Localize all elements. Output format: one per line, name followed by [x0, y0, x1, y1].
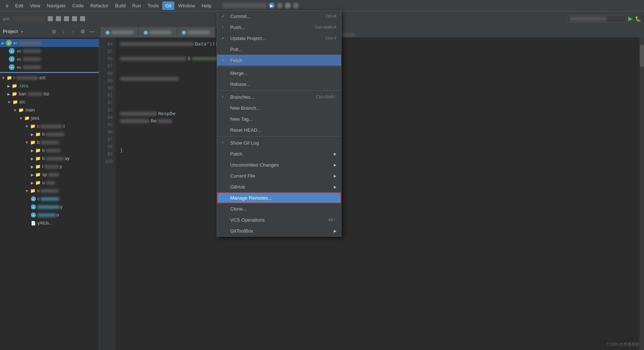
menu-separator-2: [217, 90, 341, 91]
sidebar-tool-5[interactable]: —: [88, 28, 96, 35]
tree-item-cyan3[interactable]: c o: [0, 211, 99, 219]
sidebar-panel: Project ▼ ⊙ ↓ ↑ ⚙ — ▶ c ec c ec: [0, 26, 99, 350]
push-arrow-icon: ↑: [221, 25, 227, 30]
sidebar-tool-4[interactable]: ⚙: [79, 28, 86, 35]
menu-item-clone[interactable]: Clone...: [217, 203, 341, 214]
tree-item-root[interactable]: ▼ 📁 l est: [0, 74, 99, 82]
tree-item-src[interactable]: ▼ 📁 src: [0, 98, 99, 106]
editor-tab-3[interactable]: c: [177, 27, 214, 37]
branches-icon: ⑂: [221, 95, 227, 99]
fetch-pencil-icon: ✏: [221, 58, 227, 63]
gittoolbox-arrow-icon: ▶: [334, 229, 337, 233]
tree-label-src: src: [19, 99, 25, 105]
tree-item-cyan2[interactable]: c y: [0, 203, 99, 211]
tree-label-alijs: yAliJs...: [37, 220, 53, 226]
tree-item-sub3[interactable]: ▶ 📁 l y: [0, 163, 99, 171]
menu-separator-3: [217, 136, 341, 136]
menu-item-vcs-ops[interactable]: VCS Operations Alt+`: [217, 214, 341, 225]
current-file-arrow-icon: ▶: [334, 174, 337, 178]
tree-item-sub2[interactable]: ▶ 📁 b ay: [0, 154, 99, 163]
sidebar-toolbar: ⊙ ↓ ↑ ⚙ —: [50, 28, 96, 35]
menu-help[interactable]: Help: [199, 1, 214, 10]
toolbar-icon-2[interactable]: [56, 16, 61, 21]
menu-build[interactable]: Build: [112, 1, 129, 10]
sidebar-header: Project ▼ ⊙ ↓ ↑ ⚙ —: [0, 26, 99, 37]
tree-item-ban[interactable]: ▶ 📁 ban biz: [0, 90, 99, 98]
tree-item-alijs[interactable]: 📄 yAliJs...: [0, 219, 99, 227]
sidebar-item-label: ec: [13, 41, 18, 45]
menu-refactor[interactable]: Refactor: [87, 1, 111, 10]
menu-run[interactable]: Run: [129, 1, 144, 10]
code-lines: Data"))) S RespDe: [116, 37, 644, 350]
tree-item-sub4[interactable]: ▶ 📁 sp: [0, 171, 99, 179]
sidebar-tool-2[interactable]: ↓: [60, 28, 67, 35]
tree-item-c-folder[interactable]: ▼ 📁 c t: [0, 122, 99, 130]
menu-git[interactable]: Git: [162, 1, 174, 10]
sidebar-tool-3[interactable]: ↑: [69, 28, 77, 35]
menu-item-show-git-log[interactable]: ⑂ Show Git Log: [217, 137, 341, 148]
menu-view[interactable]: View: [27, 1, 43, 10]
tree-item-cyan1[interactable]: c c: [0, 195, 99, 203]
update-shortcut: Ctrl+T: [326, 36, 337, 40]
sidebar-tool-1[interactable]: ⊙: [50, 28, 58, 35]
menu-item-new-branch[interactable]: New Branch...: [217, 102, 341, 113]
sidebar-item-c1[interactable]: c ec: [0, 47, 99, 55]
menu-item-uncommitted[interactable]: Uncommitted Changes ▶: [217, 159, 341, 170]
menu-item-gittoolbox[interactable]: GitToolBox ▶: [217, 225, 341, 236]
menu-item-reset-head[interactable]: Reset HEAD...: [217, 124, 341, 135]
sidebar-item-c2[interactable]: c ec: [0, 55, 99, 63]
code-area: c c c c × 84: [99, 26, 644, 350]
editor-tab-1[interactable]: c: [101, 27, 138, 37]
menu-tools[interactable]: Tools: [145, 1, 162, 10]
menu-item-github[interactable]: GitHub ▶: [217, 181, 341, 192]
toolbar-icon-4[interactable]: [72, 16, 77, 21]
code-content: 84 85 86 87 88 89 90 91 92 93 94 95 96 9…: [99, 37, 644, 350]
menu-file[interactable]: e: [3, 1, 11, 10]
toolbar-icon-5[interactable]: [80, 16, 85, 21]
toolbar-icon-1[interactable]: [48, 16, 53, 21]
sidebar-dropdown-icon[interactable]: ▼: [20, 30, 24, 34]
github-arrow-icon: ▶: [334, 185, 337, 189]
patch-arrow-icon: ▶: [334, 152, 337, 156]
menu-edit[interactable]: Edit: [12, 1, 26, 10]
git-log-icon: ⑂: [221, 141, 227, 145]
menu-item-rebase[interactable]: Rebase...: [217, 79, 341, 90]
menu-item-commit[interactable]: ✓ Commit... Ctrl+K: [217, 11, 341, 22]
menu-navigate[interactable]: Navigate: [44, 1, 69, 10]
tree-item-java[interactable]: ▼ 📁 java: [0, 114, 99, 122]
scrollbar[interactable]: [640, 37, 644, 350]
menu-item-patch[interactable]: Patch ▶: [217, 148, 341, 159]
tree-item-sub1[interactable]: ▶ 📁 b: [0, 146, 99, 154]
toolbar-icon-3[interactable]: [64, 16, 69, 21]
watermark: CSDN @梦魔星蚊: [607, 342, 640, 347]
menu-item-update[interactable]: ✓ Update Project... Ctrl+T: [217, 33, 341, 44]
tree-label-root: l: [14, 75, 15, 80]
tree-label-main: main: [25, 107, 35, 113]
tree-item-sub5[interactable]: ▶ 📁 u: [0, 179, 99, 187]
editor-tab-2[interactable]: c: [139, 27, 176, 37]
sidebar-item-c3[interactable]: c ec: [0, 63, 99, 71]
menu-item-current-file[interactable]: Current File ▶: [217, 170, 341, 181]
tree-item-v-folder[interactable]: ▼ 📁 v: [0, 187, 99, 195]
tree-item-b2-folder[interactable]: ▼ 📁 b: [0, 138, 99, 146]
menu-item-fetch[interactable]: ✏ Fetch: [217, 55, 341, 66]
menu-item-merge[interactable]: Merge...: [217, 68, 341, 79]
menu-window[interactable]: Window: [175, 1, 198, 10]
run-button[interactable]: ▶: [628, 15, 633, 22]
menu-item-new-tag[interactable]: New Tag...: [217, 113, 341, 124]
menu-item-manage-remotes[interactable]: Manage Remotes...: [217, 192, 341, 203]
menu-item-pull[interactable]: Pull...: [217, 44, 341, 55]
sidebar-content: ▶ c ec c ec c ec c ec: [0, 37, 99, 350]
debug-button[interactable]: 🐛: [635, 16, 641, 22]
tree-label-ban: ban: [19, 91, 26, 96]
menu-item-push[interactable]: ↑ Push... Ctrl+Shift+K: [217, 22, 341, 33]
menu-code[interactable]: Code: [69, 1, 87, 10]
push-shortcut: Ctrl+Shift+K: [315, 25, 337, 29]
tree-item-main[interactable]: ▼ 📁 main: [0, 106, 99, 114]
sidebar-active-tab[interactable]: ▶ c ec: [0, 39, 99, 47]
commit-shortcut: Ctrl+K: [325, 14, 337, 18]
menu-item-branches[interactable]: ⑂ Branches... Ctrl+Shift+`: [217, 91, 341, 102]
tree-item-b1[interactable]: ▶ 📁 b: [0, 130, 99, 138]
line-numbers: 84 85 86 87 88 89 90 91 92 93 94 95 96 9…: [99, 37, 116, 350]
tree-item-idea[interactable]: ▶ 📁 .idea: [0, 82, 99, 90]
